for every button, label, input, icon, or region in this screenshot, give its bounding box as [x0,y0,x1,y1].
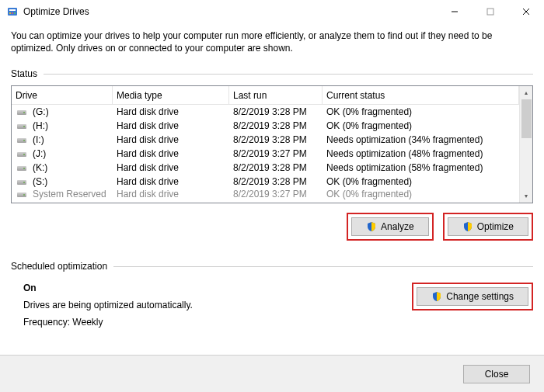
scheduled-text: On Drives are being optimized automatica… [11,283,193,328]
scroll-down-icon[interactable]: ▾ [520,189,532,203]
highlight-analyze: Analyze [347,213,434,241]
drive-icon [16,121,28,130]
status-label-text: Status [11,68,37,79]
table-row[interactable]: (J:)Hard disk drive8/2/2019 3:27 PMNeeds… [12,147,519,161]
analyze-button[interactable]: Analyze [351,217,429,236]
window-title: Optimize Drives [23,6,437,17]
drive-icon [16,149,28,158]
table-row[interactable]: (I:)Hard disk drive8/2/2019 3:28 PMNeeds… [12,133,519,147]
app-icon [6,5,19,18]
drive-list[interactable]: Drive Media type Last run Current status… [12,86,519,203]
column-media[interactable]: Media type [113,86,229,104]
scheduled-label-text: Scheduled optimization [11,261,107,272]
drive-icon [16,107,28,116]
change-settings-button[interactable]: Change settings [417,287,528,306]
highlight-optimize: Optimize [443,213,533,241]
shield-icon [431,291,442,302]
shield-icon [462,221,473,232]
maximize-button[interactable] [473,0,508,23]
scroll-thumb[interactable] [521,99,532,138]
table-row[interactable]: (K:)Hard disk drive8/2/2019 3:28 PMNeeds… [12,161,519,175]
scheduled-section-label: Scheduled optimization [11,261,533,272]
scheduled-frequency: Frequency: Weekly [23,317,193,328]
divider [44,74,533,75]
svg-rect-1 [9,9,16,11]
svg-point-2 [9,12,11,14]
close-dialog-button[interactable]: Close [463,365,530,383]
drive-list-header: Drive Media type Last run Current status [12,86,519,105]
drive-icon [16,189,28,199]
footer-bar: Close [0,355,544,392]
drive-icon [16,177,28,186]
optimize-button[interactable]: Optimize [448,217,528,236]
action-button-row: Analyze Optimize [11,213,533,241]
close-button[interactable] [508,0,544,23]
table-row-partial[interactable]: System Reserved Hard disk drive 8/2/2019… [12,189,519,199]
svg-rect-0 [8,8,17,16]
scroll-up-icon[interactable]: ▴ [520,86,532,99]
intro-text: You can optimize your drives to help you… [11,29,533,54]
highlight-change-settings: Change settings [412,283,533,310]
drive-list-box: Drive Media type Last run Current status… [11,85,533,203]
scheduled-state: On [23,283,193,293]
titlebar: Optimize Drives [0,0,544,23]
column-drive[interactable]: Drive [12,86,113,104]
scheduled-desc: Drives are being optimized automatically… [23,300,193,310]
table-row[interactable]: (H:)Hard disk drive8/2/2019 3:28 PMOK (0… [12,119,519,133]
svg-point-3 [12,12,13,14]
vertical-scrollbar[interactable]: ▴ ▾ [519,86,532,203]
column-status[interactable]: Current status [323,86,519,104]
drive-icon [16,135,28,144]
divider [113,266,533,267]
svg-rect-6 [487,9,493,15]
table-row[interactable]: (S:)Hard disk drive8/2/2019 3:28 PMOK (0… [12,175,519,189]
table-row[interactable]: (G:)Hard disk drive8/2/2019 3:28 PMOK (0… [12,105,519,119]
minimize-button[interactable] [437,0,473,23]
drive-icon [16,163,28,172]
column-last-run[interactable]: Last run [229,86,323,104]
svg-point-4 [14,12,16,14]
status-section-label: Status [11,68,533,79]
shield-icon [366,221,377,232]
